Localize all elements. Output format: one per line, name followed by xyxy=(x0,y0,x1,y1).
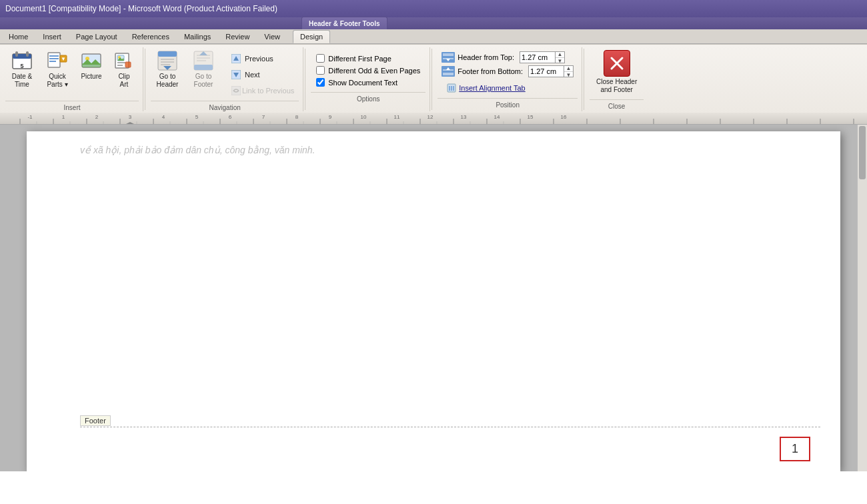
close-header-footer-icon xyxy=(604,50,630,77)
footer-from-bottom-up-arrow[interactable]: ▲ xyxy=(564,65,573,72)
tab-home[interactable]: Home xyxy=(1,30,35,43)
clip-art-button[interactable]: ClipArt xyxy=(109,47,139,91)
tab-review[interactable]: Review xyxy=(218,30,257,43)
tab-insert[interactable]: Insert xyxy=(35,30,69,43)
go-to-header-icon xyxy=(157,50,178,71)
date-time-icon: 5 xyxy=(11,50,33,71)
position-inputs: Header from Top: ▲ ▼ xyxy=(438,50,578,95)
ribbon-group-insert: 5 Date &Time ▼ xyxy=(1,47,143,111)
svg-text:▼: ▼ xyxy=(61,56,66,62)
svg-text:12: 12 xyxy=(427,114,434,120)
vertical-scrollbar[interactable] xyxy=(857,125,867,471)
date-time-button[interactable]: 5 Date &Time xyxy=(5,47,39,91)
insert-buttons: 5 Date &Time ▼ xyxy=(5,47,139,98)
ribbon-group-navigation: Go toHeader Go toFooter xyxy=(147,47,303,111)
ribbon-content: 5 Date &Time ▼ xyxy=(0,44,867,113)
link-to-previous-button[interactable]: Link to Previous xyxy=(225,83,299,98)
quick-parts-button[interactable]: ▼ QuickParts ▾ xyxy=(41,47,73,91)
link-to-previous-icon xyxy=(230,85,242,96)
ribbon-group-position: Header from Top: ▲ ▼ xyxy=(434,47,582,111)
link-to-previous-label: Link to Previous xyxy=(242,87,294,95)
svg-rect-13 xyxy=(82,63,101,67)
document-body-text: về xã hội, phải bảo đảm dân chủ, công bằ… xyxy=(27,131,840,169)
next-button[interactable]: Next xyxy=(225,67,299,82)
svg-text:16: 16 xyxy=(561,114,567,120)
picture-icon xyxy=(81,50,102,71)
header-footer-tools-label: Header & Footer Tools xyxy=(301,17,387,30)
previous-button[interactable]: Previous xyxy=(225,51,299,66)
footer-content-area[interactable] xyxy=(80,431,820,458)
header-from-top-arrows: ▲ ▼ xyxy=(555,51,564,63)
tab-view[interactable]: View xyxy=(257,30,287,43)
tab-mailings[interactable]: Mailings xyxy=(177,30,218,43)
footer-from-bottom-row: Footer from Bottom: ▲ ▼ xyxy=(442,65,574,77)
document-area: về xã hội, phải bảo đảm dân chủ, công bằ… xyxy=(0,125,867,471)
navigation-content: Go toHeader Go toFooter xyxy=(151,47,299,98)
go-to-header-label: Go toHeader xyxy=(157,73,179,89)
footer-from-bottom-arrows: ▲ ▼ xyxy=(564,65,573,77)
svg-rect-21 xyxy=(158,51,177,57)
different-first-page-label: Different First Page xyxy=(328,55,391,63)
svg-text:-1: -1 xyxy=(27,114,33,120)
svg-rect-7 xyxy=(49,58,59,59)
different-odd-even-label: Different Odd & Even Pages xyxy=(328,67,420,75)
svg-text:5: 5 xyxy=(195,114,199,120)
svg-text:7: 7 xyxy=(262,114,265,120)
date-time-label: Date &Time xyxy=(12,73,33,89)
insert-alignment-tab-button[interactable]: Insert Alignment Tab xyxy=(442,82,574,94)
header-from-top-input-container: ▲ ▼ xyxy=(520,51,565,63)
footer-from-bottom-input[interactable] xyxy=(529,67,564,75)
go-to-header-button[interactable]: Go toHeader xyxy=(151,47,184,91)
picture-label: Picture xyxy=(81,73,101,81)
go-to-footer-icon xyxy=(193,50,214,71)
go-to-footer-button[interactable]: Go toFooter xyxy=(187,47,220,91)
svg-text:4: 4 xyxy=(162,114,165,120)
tab-page-layout[interactable]: Page Layout xyxy=(69,30,125,43)
footer-from-bottom-label: Footer from Bottom: xyxy=(458,67,523,75)
show-document-text-option: Show Document Text xyxy=(316,78,420,87)
scrollbar-thumb[interactable] xyxy=(859,126,866,179)
document-page: về xã hội, phải bảo đảm dân chủ, công bằ… xyxy=(27,131,840,471)
clip-art-label: ClipArt xyxy=(118,73,129,89)
footer-from-bottom-down-arrow[interactable]: ▼ xyxy=(564,72,573,78)
different-first-page-checkbox[interactable] xyxy=(316,54,325,63)
svg-rect-6 xyxy=(49,55,59,57)
close-group-label: Close xyxy=(590,99,644,110)
different-odd-even-checkbox[interactable] xyxy=(316,66,325,75)
svg-text:10: 10 xyxy=(361,114,367,120)
different-odd-even-option: Different Odd & Even Pages xyxy=(316,66,420,75)
footer-label: Footer xyxy=(80,415,111,426)
header-from-top-row: Header from Top: ▲ ▼ xyxy=(442,51,574,63)
alignment-tab-icon xyxy=(447,83,456,93)
svg-rect-2 xyxy=(15,51,18,57)
ruler: -1 1 2 3 4 5 6 7 8 9 10 11 12 13 14 15 1… xyxy=(0,113,867,125)
svg-text:14: 14 xyxy=(494,114,500,120)
ribbon-group-options: Different First Page Different Odd & Eve… xyxy=(307,47,430,111)
svg-text:15: 15 xyxy=(528,114,534,120)
header-from-top-input[interactable] xyxy=(520,53,555,61)
header-from-top-up-arrow[interactable]: ▲ xyxy=(556,51,564,58)
show-document-text-checkbox[interactable] xyxy=(316,78,325,87)
close-header-footer-button[interactable]: Close Headerand Footer xyxy=(590,47,644,97)
position-group-label: Position xyxy=(438,98,578,109)
header-from-top-label: Header from Top: xyxy=(458,53,514,61)
next-icon xyxy=(230,69,242,80)
svg-rect-17 xyxy=(117,62,125,63)
svg-text:2: 2 xyxy=(95,114,99,120)
previous-icon xyxy=(230,53,242,64)
options-group-label: Options xyxy=(311,92,425,103)
svg-rect-18 xyxy=(117,65,123,66)
picture-button[interactable]: Picture xyxy=(76,47,107,83)
quick-parts-label: QuickParts ▾ xyxy=(47,73,67,89)
header-from-top-down-arrow[interactable]: ▼ xyxy=(556,58,564,64)
title-bar: Document1 [Compatibility Mode] - Microso… xyxy=(0,0,867,17)
tab-references[interactable]: References xyxy=(125,30,177,43)
svg-rect-27 xyxy=(194,65,213,70)
svg-rect-5 xyxy=(48,53,60,67)
ribbon: Header & Footer Tools Home Insert Page L… xyxy=(0,17,867,113)
footer-ruler-icon xyxy=(442,66,455,77)
svg-rect-3 xyxy=(26,51,29,57)
navigation-group-label: Navigation xyxy=(151,101,299,111)
tab-design[interactable]: Design xyxy=(293,30,330,43)
svg-text:5: 5 xyxy=(20,63,23,69)
